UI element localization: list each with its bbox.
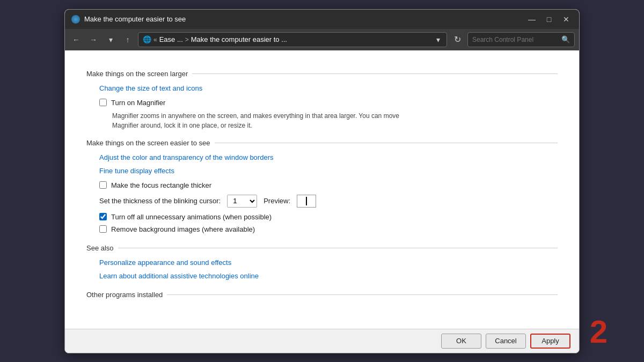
animations-label: Turn off all unnecessary animations (whe… <box>111 213 272 221</box>
path-current: Make the computer easier to ... <box>191 35 287 43</box>
ok-button[interactable]: OK <box>441 334 481 349</box>
search-box: 🔍 <box>467 32 575 47</box>
change-size-link[interactable]: Change the size of text and icons <box>99 84 202 92</box>
section3-content: Personalize appearance and sound effects… <box>86 257 558 282</box>
section4-desc <box>99 304 558 314</box>
focus-rect-checkbox-row: Make the focus rectangle thicker <box>99 181 558 189</box>
path-separator1: « <box>153 36 157 43</box>
maximize-button[interactable]: □ <box>543 13 555 26</box>
path-globe-icon: 🌐 <box>143 35 151 43</box>
address-dropdown-btn[interactable]: ▾ <box>434 35 442 44</box>
background-label: Remove background images (where availabl… <box>111 225 255 233</box>
path-ease: Ease ... <box>159 35 183 43</box>
fine-tune-link[interactable]: Fine tune display effects <box>99 167 174 175</box>
section3-header: See also <box>86 244 558 252</box>
focus-rect-checkbox[interactable] <box>99 181 107 189</box>
section3-title: See also <box>86 244 114 252</box>
section4-title: Other programs installed <box>86 291 163 299</box>
cursor-preview-bar <box>306 197 307 205</box>
apply-button[interactable]: Apply <box>530 334 570 349</box>
content-area: Make things on the screen larger Change … <box>65 50 579 329</box>
section1-title: Make things on the screen larger <box>86 70 188 78</box>
assistive-tech-link[interactable]: Learn about additional assistive technol… <box>99 272 259 280</box>
title-bar: Make the computer easier to see — □ ✕ <box>65 10 579 29</box>
focus-rect-label: Make the focus rectangle thicker <box>111 181 211 189</box>
section4-header: Other programs installed <box>86 291 558 299</box>
minimize-button[interactable]: — <box>525 13 538 26</box>
section4-line <box>167 294 558 295</box>
section3-line <box>118 248 558 248</box>
background-checkbox-row: Remove background images (where availabl… <box>99 225 558 233</box>
refresh-button[interactable]: ↻ <box>450 33 464 47</box>
cursor-thickness-row: Set the thickness of the blinking cursor… <box>99 195 558 208</box>
cursor-preview-label: Preview: <box>264 197 290 205</box>
search-input[interactable] <box>472 36 558 43</box>
address-bar: ← → ▾ ↑ 🌐 « Ease ... > Make the computer… <box>65 29 579 50</box>
cursor-thickness-select[interactable]: 1 2 3 4 5 <box>227 195 257 208</box>
title-bar-controls: — □ ✕ <box>525 13 573 26</box>
bottom-bar: OK Cancel Apply <box>65 329 579 353</box>
window-icon <box>71 15 80 24</box>
magnifier-checkbox-row: Turn on Magnifier <box>99 99 558 107</box>
section2-title: Make things on the screen easier to see <box>86 139 210 147</box>
cancel-button[interactable]: Cancel <box>486 334 526 349</box>
close-button[interactable]: ✕ <box>560 13 573 26</box>
color-transparency-link[interactable]: Adjust the color and transparency of the… <box>99 153 273 161</box>
forward-button[interactable]: → <box>86 33 100 47</box>
personalize-link[interactable]: Personalize appearance and sound effects <box>99 258 231 267</box>
animations-checkbox-row: Turn off all unnecessary animations (whe… <box>99 213 558 221</box>
magnifier-label: Turn on Magnifier <box>111 99 165 107</box>
magnifier-desc: Magnifier zooms in anywhere on the scree… <box>112 111 558 130</box>
path-separator2: > <box>185 36 189 43</box>
address-path[interactable]: 🌐 « Ease ... > Make the computer easier … <box>138 32 447 47</box>
section1-header: Make things on the screen larger <box>86 70 558 78</box>
section1-line <box>192 73 558 74</box>
cursor-thickness-label: Set the thickness of the blinking cursor… <box>99 197 221 205</box>
section2-line <box>215 143 558 143</box>
section2-content: Adjust the color and transparency of the… <box>86 152 558 233</box>
search-icon[interactable]: 🔍 <box>561 35 570 43</box>
back-button[interactable]: ← <box>69 33 83 47</box>
section1-content: Change the size of text and icons Turn o… <box>86 83 558 130</box>
magnifier-checkbox[interactable] <box>99 99 107 106</box>
section4-content <box>86 304 558 314</box>
animations-checkbox[interactable] <box>99 213 107 220</box>
background-checkbox[interactable] <box>99 225 107 233</box>
section2-header: Make things on the screen easier to see <box>86 139 558 147</box>
main-window: Make the computer easier to see — □ ✕ ← … <box>64 9 580 353</box>
window-title: Make the computer easier to see <box>84 15 525 23</box>
cursor-preview-box <box>297 195 316 208</box>
dropdown-button[interactable]: ▾ <box>104 33 118 47</box>
up-button[interactable]: ↑ <box>121 33 135 47</box>
